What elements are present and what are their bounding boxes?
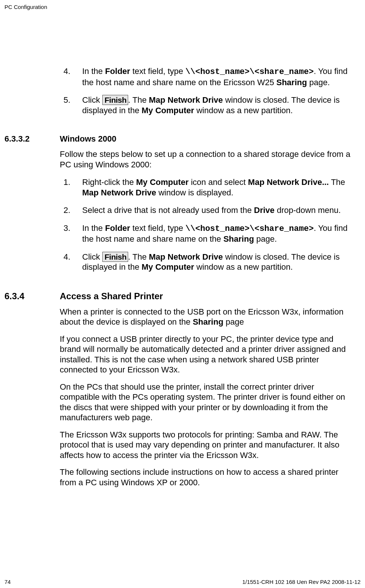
section-6-3-4: 6.3.4 Access a Shared Printer (4, 291, 351, 301)
page-number: 74 (4, 579, 11, 585)
section-6-3-3-2: 6.3.3.2 Windows 2000 (4, 134, 351, 144)
intro-paragraph: Follow the steps below to set up a conne… (60, 149, 351, 170)
page-footer: 74 1/1551-CRH 102 168 Uen Rev PA2 2008-1… (4, 579, 361, 585)
step-2: Select a drive that is not already used … (60, 205, 351, 216)
paragraph: The Ericsson W3x supports two protocols … (60, 430, 351, 461)
step-4: In the Folder text field, type \\<host_n… (60, 66, 351, 87)
header-title: PC Configuration (4, 4, 351, 10)
section-number: 6.3.3.2 (4, 134, 60, 144)
paragraph: On the PCs that should use the printer, … (60, 382, 351, 423)
section-title: Windows 2000 (60, 134, 116, 144)
section-title: Access a Shared Printer (60, 291, 163, 301)
document-reference: 1/1551-CRH 102 168 Uen Rev PA2 2008-11-1… (242, 579, 361, 585)
step-5: Click Finish . The Map Network Drive win… (60, 95, 351, 115)
section-6-3-4-body: When a printer is connected to the USB p… (60, 307, 351, 488)
section-6-3-3-2-body: Follow the steps below to set up a conne… (60, 149, 351, 272)
section-number: 6.3.4 (4, 291, 60, 301)
step-4: Click Finish . The Map Network Drive win… (60, 252, 351, 272)
paragraph: If you connect a USB printer directly to… (60, 334, 351, 375)
finish-button-label: Finish (102, 95, 128, 105)
step-3: In the Folder text field, type \\<host_n… (60, 223, 351, 244)
paragraph: The following sections include instructi… (60, 467, 351, 488)
document-page: PC Configuration In the Folder text fiel… (0, 0, 365, 588)
paragraph: When a printer is connected to the USB p… (60, 307, 351, 327)
steps-continuation: In the Folder text field, type \\<host_n… (60, 66, 351, 115)
finish-button-label: Finish (102, 252, 128, 262)
step-1: Right-click the My Computer icon and sel… (60, 177, 351, 198)
